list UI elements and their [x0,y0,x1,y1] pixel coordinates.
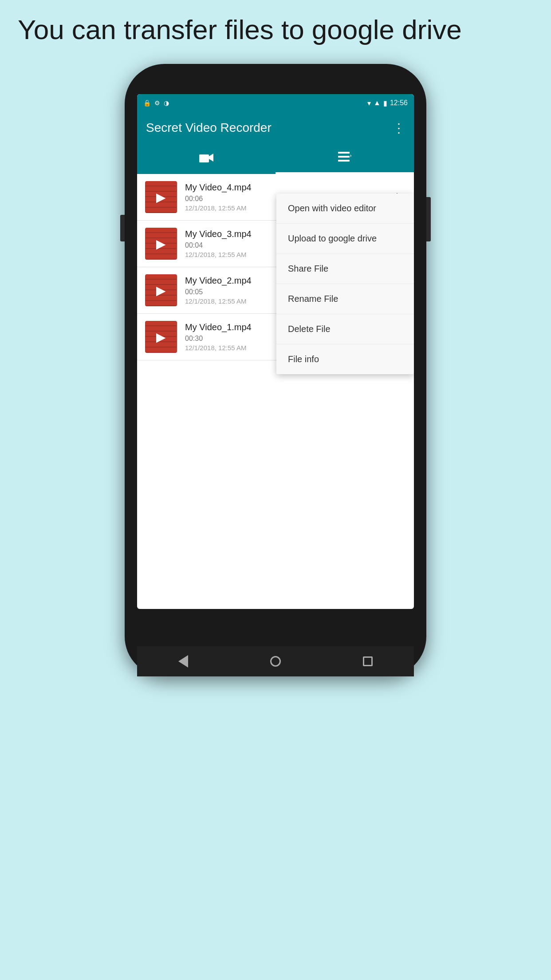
video-list: ▶ My Video_4.mp4 00:06 12/1/2018, 12:55 … [137,174,414,467]
list-tab-icon [338,152,351,166]
menu-upload-google-drive[interactable]: Upload to google drive [276,224,414,254]
signal-icon: ▲ [374,99,381,107]
svg-rect-2 [338,152,350,154]
overflow-menu-button[interactable]: ⋮ [393,121,405,135]
status-icons-left: 🔒 ⚙ ◑ [143,99,169,107]
home-icon [270,656,281,667]
navigation-bar [137,646,414,676]
svg-marker-1 [209,154,213,162]
side-button-left [120,215,125,241]
recents-button[interactable] [357,651,378,672]
status-icons-right: ▾ ▲ ▮ 12:56 [367,99,408,107]
play-icon: ▶ [156,237,166,251]
status-bar: 🔒 ⚙ ◑ ▾ ▲ ▮ 12:56 [137,94,414,112]
menu-delete-file[interactable]: Delete File [276,314,414,344]
empty-area [137,360,414,467]
camera-tab-icon [199,152,213,166]
headline: You can transfer files to google drive [0,0,551,46]
menu-open-video-editor[interactable]: Open with video editor [276,194,414,224]
phone-screen: 🔒 ⚙ ◑ ▾ ▲ ▮ 12:56 Secret Video Recorder … [137,94,414,609]
play-icon: ▶ [156,330,166,344]
table-row[interactable]: ▶ My Video_4.mp4 00:06 12/1/2018, 12:55 … [137,174,414,221]
battery-icon: ▮ [383,99,387,107]
svg-rect-3 [338,156,350,158]
menu-rename-file[interactable]: Rename File [276,284,414,314]
svg-marker-5 [350,154,351,157]
video-thumbnail-1: ▶ [145,321,177,353]
side-button-right [426,197,431,241]
play-icon: ▶ [156,283,166,298]
lock-icon: 🔒 [143,99,151,107]
sync-icon: ◑ [164,99,169,107]
home-button[interactable] [265,651,286,672]
svg-rect-0 [199,154,209,162]
recents-icon [363,656,373,666]
svg-rect-4 [338,160,350,162]
menu-share-file[interactable]: Share File [276,254,414,284]
app-title: Secret Video Recorder [146,121,272,135]
status-time: 12:56 [390,99,408,107]
wifi-icon: ▾ [367,99,371,107]
video-name-4: My Video_4.mp4 [185,182,388,193]
tab-camera[interactable] [137,144,276,174]
video-thumbnail-4: ▶ [145,181,177,213]
context-menu: Open with video editor Upload to google … [276,194,414,374]
video-thumbnail-2: ▶ [145,274,177,306]
phone-device: 🔒 ⚙ ◑ ▾ ▲ ▮ 12:56 Secret Video Recorder … [125,64,426,676]
settings-icon: ⚙ [154,99,160,107]
play-icon: ▶ [156,190,166,205]
tab-bar [137,144,414,174]
video-thumbnail-3: ▶ [145,228,177,260]
tab-list[interactable] [276,144,414,174]
app-bar: Secret Video Recorder ⋮ [137,112,414,144]
back-button[interactable] [173,651,194,672]
back-icon [178,655,188,668]
menu-file-info[interactable]: File info [276,344,414,374]
